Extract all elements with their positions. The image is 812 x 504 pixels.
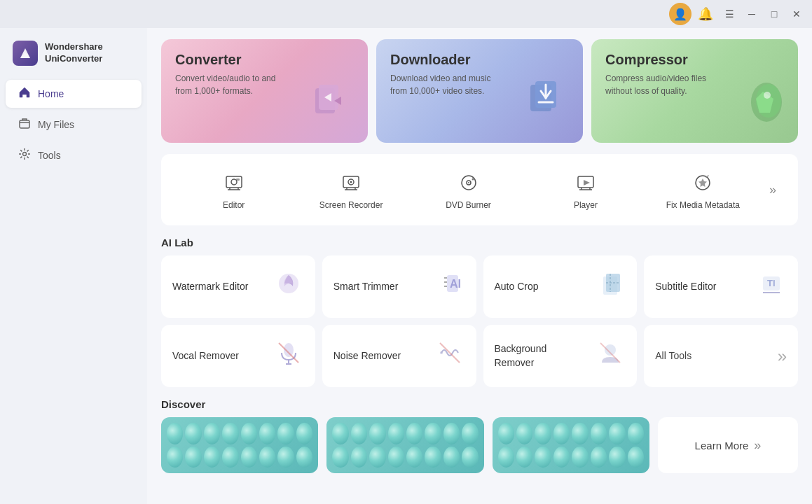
learn-more-text: Learn More <box>695 440 749 451</box>
subtitle-editor-label: Subtitle Editor <box>655 280 716 294</box>
ai-card-all-tools[interactable]: All Tools » <box>644 325 798 387</box>
app-logo-text: Wondershare UniConverter <box>45 41 103 65</box>
fix-media-icon <box>689 169 716 196</box>
compressor-icon <box>735 74 791 139</box>
noise-remover-icon <box>434 337 465 374</box>
converter-icon <box>305 74 361 139</box>
tool-player[interactable]: Player <box>527 165 644 214</box>
tool-editor[interactable]: Editor <box>175 165 292 214</box>
svg-rect-18 <box>236 178 240 181</box>
ai-lab-title: AI Lab <box>161 237 798 248</box>
tools-more-button[interactable]: » <box>762 183 784 197</box>
minimize-button[interactable]: ─ <box>742 4 762 24</box>
app-body: Wondershare UniConverter Home My Files <box>0 28 812 504</box>
svg-point-27 <box>468 182 469 183</box>
all-tools-arrow-icon: » <box>778 346 787 366</box>
converter-desc: Convert video/audio to and from 1,000+ f… <box>175 72 287 97</box>
sidebar-item-myfiles-label: My Files <box>38 119 74 130</box>
svg-point-21 <box>350 181 352 183</box>
sidebar-item-home-label: Home <box>38 88 64 99</box>
title-bar: 👤 🔔 ☰ ─ □ ✕ <box>0 0 812 28</box>
sidebar-item-tools[interactable]: Tools <box>6 141 142 169</box>
svg-point-3 <box>23 153 27 156</box>
svg-line-50 <box>440 343 460 363</box>
auto-crop-icon <box>595 268 626 305</box>
vocal-remover-label: Vocal Remover <box>172 349 239 363</box>
converter-card[interactable]: Converter Convert video/audio to and fro… <box>161 39 368 143</box>
screen-recorder-label: Screen Recorder <box>319 200 383 210</box>
dvd-burner-icon <box>455 169 482 196</box>
discover-grid: Learn More » <box>161 417 798 473</box>
discover-title: Discover <box>161 398 798 410</box>
editor-icon <box>221 169 247 196</box>
ai-card-smart-trimmer[interactable]: Smart Trimmer AI <box>322 255 476 318</box>
tools-icon <box>18 148 31 163</box>
maximize-button[interactable]: □ <box>764 4 784 24</box>
myfiles-icon <box>18 117 31 132</box>
title-bar-controls: 👤 🔔 ☰ ─ □ ✕ <box>669 3 806 25</box>
tool-screen-recorder[interactable]: Screen Recorder <box>292 165 409 214</box>
tool-dvd-burner[interactable]: DVD Burner <box>410 165 527 214</box>
smart-trimmer-icon: AI <box>434 268 465 305</box>
player-label: Player <box>574 200 598 210</box>
ai-card-subtitle-editor[interactable]: Subtitle Editor TI <box>644 255 798 318</box>
discover-section: Discover <box>161 398 798 473</box>
ai-card-vocal-remover[interactable]: Vocal Remover <box>161 325 315 387</box>
menu-icon[interactable]: ☰ <box>720 4 739 24</box>
ai-card-auto-crop[interactable]: Auto Crop <box>483 255 638 318</box>
tool-fix-media[interactable]: Fix Media Metadata <box>645 165 762 214</box>
fix-media-label: Fix Media Metadata <box>666 200 740 210</box>
svg-rect-13 <box>226 176 242 188</box>
app-logo-icon <box>13 41 38 66</box>
auto-crop-label: Auto Crop <box>495 280 539 294</box>
ai-card-noise-remover[interactable]: Noise Remover <box>322 325 476 387</box>
svg-point-14 <box>231 179 237 185</box>
watermark-editor-label: Watermark Editor <box>172 280 248 294</box>
dvd-burner-label: DVD Burner <box>446 200 491 210</box>
ai-lab-section: AI Lab Watermark Editor Sm <box>161 237 798 387</box>
svg-point-49 <box>440 351 443 354</box>
player-icon <box>572 169 599 196</box>
sidebar: Wondershare UniConverter Home My Files <box>0 28 147 504</box>
discover-card-1[interactable] <box>161 417 318 473</box>
sidebar-logo: Wondershare UniConverter <box>0 35 147 77</box>
svg-point-51 <box>605 344 616 356</box>
user-avatar[interactable]: 👤 <box>669 3 691 25</box>
converter-title: Converter <box>175 52 354 68</box>
close-button[interactable]: ✕ <box>787 4 806 24</box>
all-tools-label: All Tools <box>655 349 691 363</box>
vocal-remover-icon <box>273 337 304 374</box>
svg-text:AI: AI <box>450 278 461 290</box>
background-remover-label: Background Remover <box>495 342 579 370</box>
sidebar-item-home[interactable]: Home <box>6 80 142 108</box>
compressor-title: Compressor <box>605 52 784 68</box>
sidebar-item-tools-label: Tools <box>38 150 61 161</box>
background-remover-icon <box>595 337 626 374</box>
notifications-icon[interactable]: 🔔 <box>694 3 717 25</box>
home-icon <box>18 86 31 102</box>
discover-card-2[interactable] <box>326 417 483 473</box>
compressor-desc: Compress audio/video files without loss … <box>605 72 717 97</box>
ai-card-watermark-editor[interactable]: Watermark Editor <box>161 255 315 318</box>
noise-remover-label: Noise Remover <box>333 349 401 363</box>
watermark-editor-icon <box>273 268 304 305</box>
svg-marker-30 <box>584 180 590 186</box>
svg-point-12 <box>764 92 771 99</box>
downloader-icon <box>520 74 576 139</box>
discover-card-3[interactable] <box>493 417 649 473</box>
downloader-card[interactable]: Downloader Download video and music from… <box>376 39 583 143</box>
downloader-title: Downloader <box>390 52 569 68</box>
learn-more-arrow-icon: » <box>754 438 761 453</box>
tools-bar: Editor Screen Recorder <box>161 154 798 225</box>
sidebar-item-myfiles[interactable]: My Files <box>6 111 142 139</box>
ai-card-background-remover[interactable]: Background Remover <box>483 325 638 387</box>
svg-text:TI: TI <box>767 278 776 288</box>
smart-trimmer-label: Smart Trimmer <box>333 280 399 294</box>
ai-lab-grid: Watermark Editor Smart Trimmer <box>161 255 798 387</box>
learn-more-card[interactable]: Learn More » <box>658 417 798 473</box>
hero-cards-section: Converter Convert video/audio to and fro… <box>161 39 798 143</box>
compressor-card[interactable]: Compressor Compress audio/video files wi… <box>591 39 798 143</box>
screen-recorder-icon <box>338 169 364 196</box>
main-content: Converter Convert video/audio to and fro… <box>147 28 812 504</box>
subtitle-editor-icon: TI <box>756 268 787 305</box>
